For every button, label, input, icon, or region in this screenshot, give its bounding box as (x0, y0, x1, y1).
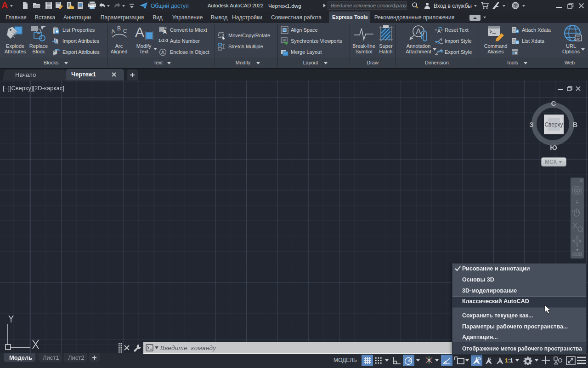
svg-text:A: A (135, 25, 144, 40)
svg-text:B: B (117, 26, 121, 32)
svg-text:A: A (110, 28, 115, 35)
svg-text:A: A (161, 50, 165, 55)
svg-text:C: C (122, 27, 128, 34)
svg-text:A: A (437, 28, 441, 34)
svg-text:A: A (416, 27, 421, 36)
svg-text:A: A (163, 29, 167, 34)
svg-text:?: ? (514, 3, 517, 8)
